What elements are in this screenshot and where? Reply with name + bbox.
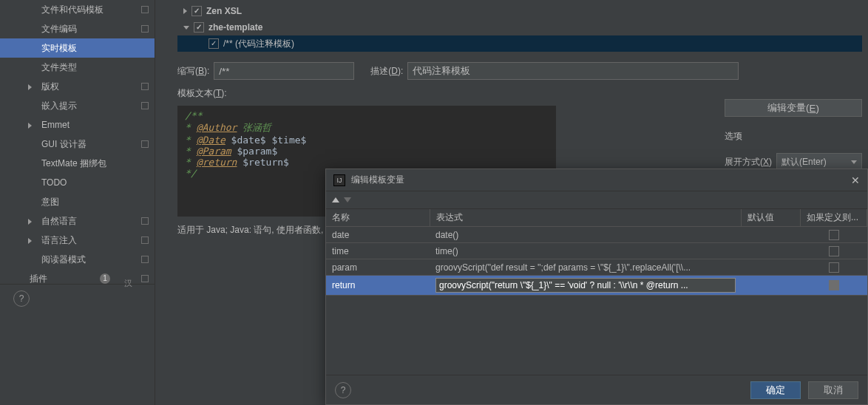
sidebar-item-label: 语言注入 (41, 235, 77, 245)
tree-label: /** (代码注释模板) (223, 35, 294, 52)
desc-label: 描述(D): (370, 65, 403, 78)
sidebar-item-copyright[interactable]: 版权 (0, 77, 155, 96)
template-tree: Zen XSL zhe-template /** (代码注释模板) (155, 0, 868, 55)
sidebar-item-label: TextMate 捆绑包 (41, 158, 106, 169)
abbr-desc-row: 缩写(B): 描述(D): (155, 55, 868, 80)
help-button[interactable]: ? (335, 382, 351, 398)
update-badge: 1 (100, 273, 110, 284)
abbr-label: 缩写(B): (177, 65, 209, 78)
app-icon: IJ (333, 174, 345, 186)
chevron-right-icon (28, 84, 32, 90)
applicable-text: 适用于 Java; Java: 语句, 使用者函数, (177, 224, 323, 236)
sidebar-item-label: 版权 (41, 81, 59, 92)
table-row[interactable]: paramgroovyScript("def result = '';def p… (326, 259, 867, 276)
table-row[interactable]: returngroovyScript("return \"${_1}\" == … (326, 276, 867, 296)
settings-sidebar: 文件和代码模板 文件编码 实时模板 文件类型 版权 嵌入提示 Emmet GUI… (0, 0, 155, 405)
scope-icon (141, 83, 149, 90)
col-skip[interactable]: 如果定义则... (801, 209, 867, 227)
scope-icon (141, 217, 149, 225)
sidebar-item-file-encoding[interactable]: 文件编码 (0, 19, 155, 38)
scope-icon (141, 236, 149, 244)
scope-icon (141, 6, 149, 13)
sidebar-item-label: 意图 (41, 197, 59, 207)
col-expression[interactable]: 表达式 (430, 209, 742, 227)
edit-template-variables-dialog: IJ 编辑模板变量 ✕ 名称 表达式 默认值 如果定义则... datedate… (325, 169, 868, 405)
sidebar-item-intentions[interactable]: 意图 (0, 192, 155, 211)
dialog-titlebar[interactable]: IJ 编辑模板变量 ✕ (326, 169, 867, 191)
cancel-button[interactable]: 取消 (808, 381, 858, 399)
dialog-footer: ? 确定 取消 (326, 375, 867, 404)
ok-button[interactable]: 确定 (750, 381, 801, 399)
chevron-right-icon (28, 238, 32, 244)
checkbox-icon[interactable] (829, 262, 839, 273)
sidebar-item-label: 插件 (30, 273, 47, 284)
sidebar-item-label: Emmet (41, 120, 69, 130)
col-default[interactable]: 默认值 (742, 209, 801, 227)
sidebar-item-label: 阅读器模式 (41, 254, 86, 265)
move-up-icon[interactable] (332, 197, 339, 202)
chevron-right-icon (28, 219, 32, 225)
checkbox-icon[interactable] (829, 246, 839, 256)
sidebar-item-label: 文件类型 (41, 62, 77, 72)
scope-icon (141, 275, 149, 282)
sidebar-item-label: 文件和代码模板 (41, 4, 104, 15)
checkbox-icon[interactable] (208, 38, 219, 49)
sidebar-item-file-code-templates[interactable]: 文件和代码模板 (0, 0, 155, 19)
checkbox-icon[interactable] (191, 6, 202, 16)
sidebar-item-label: TODO (41, 177, 67, 188)
sidebar-item-label: 自然语言 (41, 216, 77, 226)
chevron-right-icon (28, 123, 32, 129)
tree-group-zhe-template[interactable]: zhe-template (177, 19, 862, 35)
tree-label: zhe-template (208, 19, 262, 35)
edit-variables-button[interactable]: 编辑变量(E) (725, 99, 862, 117)
sidebar-item-label: 文件编码 (41, 24, 77, 34)
expression-cell-input[interactable]: groovyScript("return \"${_1}\" == 'void'… (435, 278, 736, 293)
close-icon[interactable]: ✕ (851, 174, 860, 186)
scope-icon (141, 256, 149, 263)
variables-table: 名称 表达式 默认值 如果定义则... datedate() timetime(… (326, 209, 867, 296)
sidebar-item-gui-designer[interactable]: GUI 设计器 (0, 135, 155, 154)
template-text-label: 模板文本(T): (177, 87, 227, 100)
template-text-label-row: 模板文本(T): (155, 80, 868, 100)
description-input[interactable] (407, 62, 739, 80)
right-options-panel: 编辑变量(E) 选项 展开方式(X) 默认(Enter) (725, 99, 862, 171)
tree-group-zen-xsl[interactable]: Zen XSL (177, 3, 862, 19)
sidebar-item-lang-injection[interactable]: 语言注入 (0, 231, 155, 250)
scope-icon (141, 140, 149, 148)
sidebar-item-emmet[interactable]: Emmet (0, 115, 155, 135)
help-button[interactable]: ? (13, 290, 30, 307)
move-down-icon[interactable] (344, 197, 351, 202)
options-label: 选项 (725, 130, 862, 143)
checkbox-icon[interactable] (829, 280, 839, 290)
checkbox-icon[interactable] (194, 22, 204, 33)
sidebar-item-reader-mode[interactable]: 阅读器模式 (0, 250, 155, 269)
sidebar-item-file-types[interactable]: 文件类型 (0, 58, 155, 77)
sidebar-item-natural-lang[interactable]: 自然语言 (0, 211, 155, 231)
sidebar-item-label: 嵌入提示 (41, 101, 77, 111)
sidebar-item-todo[interactable]: TODO (0, 173, 155, 192)
sidebar-item-label: 实时模板 (41, 43, 77, 53)
dialog-toolbar (326, 191, 867, 209)
sidebar-item-live-templates[interactable]: 实时模板 (0, 38, 155, 58)
sidebar-item-inlay-hints[interactable]: 嵌入提示 (0, 96, 155, 115)
sidebar-item-textmate[interactable]: TextMate 捆绑包 (0, 154, 155, 173)
chevron-right-icon (183, 8, 187, 14)
expand-label: 展开方式(X) (725, 156, 772, 169)
abbreviation-input[interactable] (214, 62, 354, 80)
dialog-title: 编辑模板变量 (351, 174, 404, 186)
tree-label: Zen XSL (206, 3, 242, 19)
checkbox-icon[interactable] (829, 230, 839, 240)
sidebar-footer: ? (0, 284, 155, 307)
chevron-down-icon (851, 160, 857, 164)
chevron-down-icon (183, 26, 189, 30)
tree-leaf-comment-template[interactable]: /** (代码注释模板) (177, 35, 862, 52)
col-name[interactable]: 名称 (326, 209, 430, 227)
scope-icon (141, 25, 149, 33)
sidebar-item-label: GUI 设计器 (41, 139, 87, 149)
table-row[interactable]: timetime() (326, 243, 867, 259)
table-row[interactable]: datedate() (326, 227, 867, 243)
scope-icon (141, 102, 149, 109)
